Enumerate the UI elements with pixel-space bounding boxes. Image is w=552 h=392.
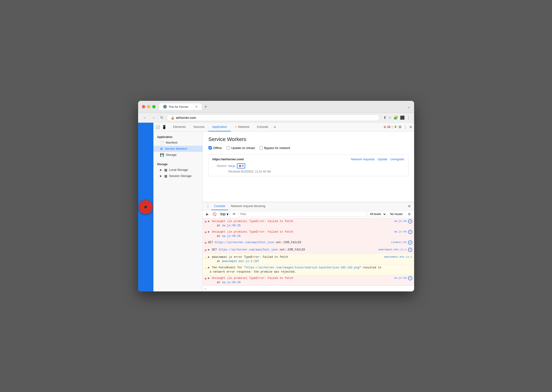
network-warning-icon: ⚠ — [235, 125, 237, 128]
console-messages: ⊗ ▶ Uncaught (in promise) TypeError: Fai… — [203, 218, 414, 286]
sw-source-row: Source sw.js ⊗ 5 — [212, 163, 405, 168]
update-link[interactable]: Update — [378, 157, 387, 161]
refresh-icon-1[interactable]: ↺ — [408, 219, 412, 224]
console-input[interactable] — [207, 287, 412, 290]
devtools-more-icon[interactable]: ⋮ — [404, 125, 407, 129]
fetch-event-link[interactable]: https://airhorner.com/images/touch/andro… — [246, 266, 359, 269]
expand-2[interactable]: ▶ — [208, 230, 210, 234]
no-issues-button[interactable]: No Issues — [387, 211, 405, 217]
source-file-link[interactable]: sw.js — [228, 164, 235, 168]
expand-4[interactable]: ▶ — [208, 248, 210, 252]
expand-1[interactable]: ▶ — [208, 220, 210, 223]
sidebar-item-local-storage[interactable]: ▶ ▦ Local Storage — [153, 167, 203, 173]
msg-text-5: pwacompat.js error TypeError: Failed to … — [212, 255, 288, 259]
sidebar-item-service-workers[interactable]: ⚙ Service Workers — [153, 146, 203, 152]
tab-network[interactable]: ⚠ Network — [231, 123, 253, 131]
console-play-button[interactable]: ▶ — [205, 211, 210, 217]
back-button[interactable]: ← — [142, 115, 148, 120]
tab-close-button[interactable]: ✕ — [195, 105, 198, 109]
error-circle-icon: ⊗ — [384, 125, 386, 129]
close-button[interactable] — [142, 105, 145, 108]
minimize-button[interactable] — [147, 105, 150, 108]
expand-5[interactable]: ▶ — [208, 255, 210, 259]
more-tabs-icon[interactable]: » — [272, 125, 278, 129]
console-eye-button[interactable]: 👁 — [231, 211, 237, 217]
bypass-for-network-checkbox[interactable] — [260, 146, 263, 149]
panel-title: Service Workers — [209, 136, 408, 142]
console-more-icon[interactable]: ⋮ — [205, 203, 211, 210]
console-panel-close-icon[interactable]: ✕ — [406, 203, 412, 210]
sidebar-item-manifest[interactable]: 📄 Manifest — [153, 140, 203, 146]
refresh-icon-3[interactable]: ↺ — [408, 240, 412, 245]
msg-source-7[interactable]: sw.js:49 — [394, 276, 407, 280]
pwacompat-link-1[interactable]: pwacompat.min.js:1:207 — [222, 260, 259, 263]
refresh-icon-7[interactable]: ↺ — [408, 276, 412, 280]
console-message-5: ⚠ ▶ pwacompat.js error TypeError: Failed… — [203, 254, 414, 265]
maximize-button[interactable] — [152, 105, 156, 108]
msg-source-3[interactable]: (index):26 — [391, 240, 406, 245]
refresh-icon-4[interactable]: ↺ — [408, 248, 412, 252]
msg-text-6b: a network error response: the promise wa… — [208, 270, 296, 273]
refresh-icon-2[interactable]: ↺ — [408, 230, 412, 234]
new-tab-button[interactable]: + — [203, 103, 209, 111]
sidebar-item-storage[interactable]: 💾 Storage — [153, 152, 203, 158]
tab-application[interactable]: Application — [208, 123, 231, 131]
context-selector[interactable]: top ▾ — [219, 211, 230, 217]
devtools-mobile-icon[interactable]: 📱 — [162, 125, 167, 129]
error-icon-7: ⊗ — [205, 276, 207, 281]
tab-elements[interactable]: Elements — [169, 123, 190, 131]
tab-console[interactable]: Console — [253, 123, 272, 131]
devtools-settings-icon[interactable]: ⚙ — [398, 125, 402, 129]
tab-sources[interactable]: Sources — [190, 123, 209, 131]
devtools-inspect-icon[interactable]: ⬜ — [155, 125, 160, 129]
network-requests-link[interactable]: Network requests — [351, 157, 375, 161]
window-controls[interactable]: ⌄ — [407, 104, 410, 109]
console-tab-console[interactable]: Console — [211, 202, 228, 210]
log-levels-select[interactable]: All levels — [367, 211, 387, 217]
sw-error-count: 5 — [242, 164, 244, 168]
forward-button[interactable]: → — [150, 115, 157, 120]
tab-bar: 🌐 The Air Horner ✕ + — [159, 103, 405, 111]
expand-6[interactable]: ▶ — [208, 266, 210, 269]
msg-link-7[interactable]: sw.js:49:26 — [222, 281, 240, 284]
console-clear-button[interactable]: 🚫 — [211, 211, 218, 217]
sw-error-badge[interactable]: ⊗ 5 — [237, 163, 245, 168]
manifest-link-1[interactable]: https://airhorner.com/manifest.json — [215, 241, 274, 244]
devtools-controls: ⊗ 10 ⚠ 8 ⚙ ⋮ ✕ — [384, 125, 412, 129]
expand-7[interactable]: ▶ — [208, 277, 210, 280]
bookmark-icon[interactable]: ☆ — [388, 115, 392, 120]
console-message-7: ⊗ ▶ Uncaught (in promise) TypeError: Fai… — [203, 275, 414, 286]
msg-source-4[interactable]: pwacompat.min.js:1 — [378, 248, 407, 252]
msg-text-7: Uncaught (in promise) TypeError: Failed … — [212, 277, 293, 280]
profile-icon[interactable]: ⬛ — [400, 115, 405, 120]
msg-text-3: GET https://airhorner.com/manifest.json … — [208, 241, 301, 244]
record-button[interactable] — [138, 200, 153, 214]
update-on-reload-checkbox-label[interactable]: Update on reload — [227, 146, 255, 150]
devtools-close-icon[interactable]: ✕ — [409, 125, 412, 129]
offline-checkbox-label[interactable]: Offline — [209, 146, 222, 150]
update-on-reload-checkbox[interactable] — [227, 146, 230, 149]
offline-checkbox[interactable] — [209, 146, 212, 149]
share-icon[interactable]: ⬆ — [383, 115, 386, 120]
msg-source-5[interactable]: pwacompat.min.js:1 — [384, 255, 412, 259]
msg-link-2[interactable]: sw.js:49:26 — [222, 235, 240, 238]
browser-tab[interactable]: 🌐 The Air Horner ✕ — [159, 103, 202, 110]
address-input[interactable]: 🔒 airhorner.com — [167, 114, 379, 121]
console-settings-button[interactable]: ⚙ — [406, 211, 412, 217]
msg-subtext-1: at sw.js:49:26 — [208, 224, 240, 227]
console-filter-input[interactable] — [238, 211, 366, 217]
session-storage-expand-icon: ▶ — [160, 175, 162, 177]
manifest-link-2[interactable]: https://airhorner.com/manifest.json — [218, 248, 278, 252]
reload-button[interactable]: ↻ — [159, 115, 165, 120]
msg-source-2[interactable]: sw.js:49 — [394, 230, 407, 234]
console-close-button[interactable]: ✕ — [406, 204, 412, 209]
msg-source-1[interactable]: sw.js:49 — [394, 219, 407, 223]
extension-icon[interactable]: 🧩 — [393, 115, 398, 120]
msg-link-1[interactable]: sw.js:49:26 — [222, 224, 240, 227]
console-input-row: › — [203, 286, 414, 291]
unregister-link[interactable]: Unregister — [390, 157, 405, 161]
bypass-for-network-checkbox-label[interactable]: Bypass for network — [260, 146, 290, 150]
menu-icon[interactable]: ⋮ — [407, 115, 410, 120]
sidebar-item-session-storage[interactable]: ▶ ▦ Session Storage — [153, 173, 203, 179]
console-tab-network-blocking[interactable]: Network request blocking — [228, 202, 268, 210]
